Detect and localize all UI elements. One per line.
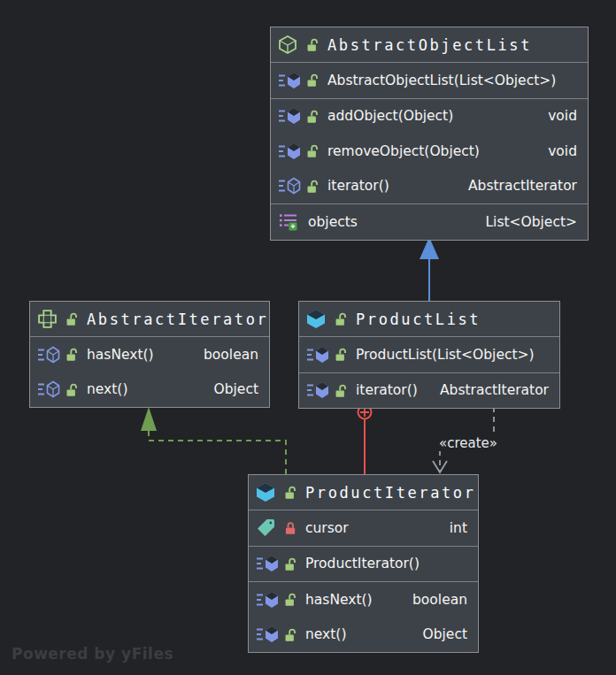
lock-green-icon — [305, 36, 320, 53]
member-name: next() — [87, 381, 127, 397]
compartment: AbstractObjectList(List<Object>) — [271, 62, 588, 98]
member-name: addObject(Object) — [327, 108, 453, 124]
class-header-product-list[interactable]: ProductList — [299, 302, 559, 336]
member-type: Object — [411, 626, 467, 642]
class-icon — [256, 482, 279, 503]
member-row[interactable]: objectsList<Object> — [271, 204, 588, 240]
yfiles-watermark-link[interactable]: Powered by yFiles — [12, 645, 173, 663]
list-field-icon — [278, 211, 301, 233]
lock-green-icon — [65, 381, 80, 398]
compartment: hasNext()boolean next()Object — [30, 336, 269, 407]
member-row[interactable]: ProductList(List<Object>) — [299, 337, 559, 372]
lock-green-icon — [283, 556, 298, 572]
method-icon — [256, 624, 279, 645]
lock-green-icon — [65, 311, 80, 327]
class-header-abstract-object-list[interactable]: AbstractObjectList — [271, 27, 588, 62]
member-type: AbstractIterator — [427, 382, 549, 398]
member-row[interactable]: next()Object — [30, 372, 269, 408]
member-name: removeObject(Object) — [327, 143, 480, 159]
member-row[interactable]: ProductIterator() — [249, 547, 478, 582]
method-icon — [306, 380, 329, 401]
member-type: int — [437, 520, 467, 536]
member-row[interactable]: hasNext()boolean — [249, 582, 478, 617]
class-title: ProductList — [356, 311, 481, 328]
method-icon — [256, 553, 279, 574]
member-type: void — [535, 143, 577, 159]
realization-edge-productiterator-to-abstractiterator[interactable] — [141, 407, 286, 474]
compartment: iterator()AbstractIterator — [299, 372, 559, 409]
lock-green-icon — [305, 72, 320, 88]
interface-icon — [37, 309, 60, 330]
member-type: List<Object> — [473, 214, 577, 230]
lock-green-icon — [283, 591, 298, 608]
class-icon — [306, 309, 329, 330]
class-title: ProductIterator — [305, 484, 476, 502]
member-row[interactable]: iterator()AbstractIterator — [299, 373, 559, 409]
abstract-method-icon — [37, 344, 60, 365]
member-type: AbstractIterator — [456, 178, 577, 194]
member-name: ProductIterator() — [305, 556, 420, 571]
lock-red-icon — [283, 519, 298, 536]
class-node-abstract-object-list[interactable]: AbstractObjectList AbstractObjectList(Li… — [270, 27, 589, 241]
class-header-product-iterator[interactable]: ProductIterator — [249, 475, 478, 510]
method-icon — [306, 344, 329, 365]
lock-green-icon — [334, 311, 349, 327]
member-name: cursor — [305, 520, 349, 536]
compartment: ProductIterator() — [249, 546, 478, 582]
lock-green-icon — [334, 382, 349, 399]
uml-diagram-canvas: AbstractObjectList AbstractObjectList(Li… — [0, 0, 616, 675]
member-row[interactable]: removeObject(Object)void — [271, 134, 588, 169]
compartment: objectsList<Object> — [271, 203, 588, 240]
compartment: ProductList(List<Object>) — [299, 336, 559, 372]
composition-edge-productlist-to-productiterator[interactable] — [358, 406, 372, 475]
member-name: hasNext() — [87, 347, 154, 363]
member-row[interactable]: hasNext()boolean — [30, 337, 269, 372]
class-header-abstract-iterator[interactable]: AbstractIterator — [30, 302, 269, 336]
member-type: Object — [202, 381, 258, 397]
lock-green-icon — [283, 626, 298, 643]
abstract-method-icon — [37, 379, 60, 400]
create-edge-label: «create» — [436, 435, 500, 451]
class-node-abstract-iterator[interactable]: AbstractIterator hasNext()boolean next()… — [29, 301, 270, 408]
member-type: void — [535, 108, 577, 124]
method-icon — [278, 105, 301, 127]
member-name: next() — [305, 626, 346, 642]
member-name: ProductList(List<Object>) — [356, 347, 535, 363]
compartment: addObject(Object)void removeObject(Objec… — [271, 98, 588, 204]
member-row[interactable]: addObject(Object)void — [271, 99, 588, 134]
class-title: AbstractObjectList — [327, 36, 532, 54]
member-type: boolean — [400, 592, 467, 608]
lock-green-icon — [305, 108, 320, 125]
class-node-product-list[interactable]: ProductList ProductList(List<Object>) it… — [298, 301, 560, 409]
member-name: iterator() — [327, 178, 389, 194]
abstract-method-icon — [278, 175, 301, 196]
compartment: cursorint — [249, 510, 478, 546]
member-row[interactable]: AbstractObjectList(List<Object>) — [271, 63, 588, 98]
class-node-product-iterator[interactable]: ProductIterator cursorint ProductIterato… — [248, 474, 479, 653]
class-title: AbstractIterator — [87, 311, 268, 328]
lock-green-icon — [305, 142, 320, 159]
method-icon — [278, 141, 301, 162]
lock-green-icon — [65, 346, 80, 363]
abstract-class-icon — [278, 35, 301, 56]
lock-green-icon — [305, 178, 320, 195]
member-name: objects — [308, 214, 358, 230]
member-name: iterator() — [356, 382, 418, 398]
tag-field-icon — [256, 518, 279, 539]
lock-green-icon — [334, 346, 349, 363]
lock-green-icon — [283, 484, 298, 501]
member-row[interactable]: iterator()AbstractIterator — [271, 169, 588, 204]
member-type: boolean — [191, 347, 258, 363]
member-row[interactable]: next()Object — [249, 617, 478, 653]
member-name: AbstractObjectList(List<Object>) — [327, 73, 556, 88]
member-row[interactable]: cursorint — [249, 510, 478, 546]
member-name: hasNext() — [305, 592, 373, 608]
inheritance-edge-productlist-to-abstractobjectlist[interactable] — [420, 237, 439, 301]
method-icon — [278, 70, 301, 91]
compartment: hasNext()boolean next()Object — [249, 581, 478, 652]
method-icon — [256, 589, 279, 610]
